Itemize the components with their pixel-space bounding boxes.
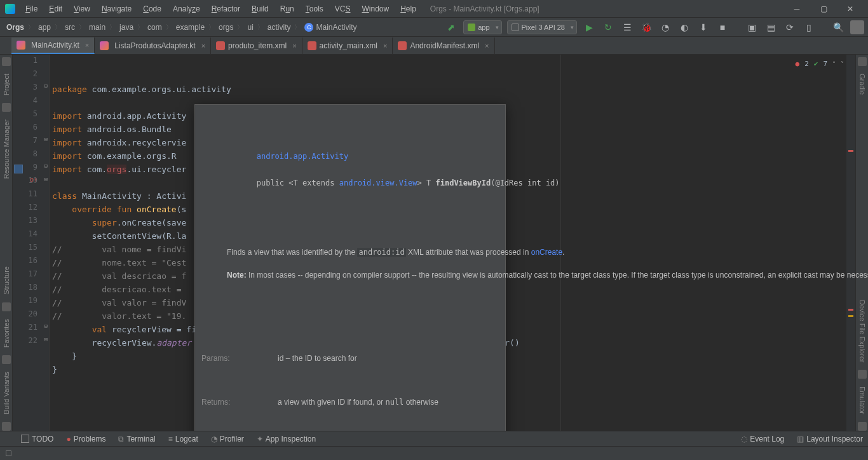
tw-problems[interactable]: ●Problems <box>61 433 111 445</box>
breadcrumb[interactable]: main <box>86 22 108 33</box>
close-icon[interactable]: × <box>292 42 296 50</box>
sync-button[interactable]: ⟳ <box>783 20 797 34</box>
menu-run[interactable]: Run <box>275 3 299 15</box>
run-gutter-icon[interactable] <box>14 165 23 173</box>
breadcrumb[interactable]: orgs <box>216 22 236 33</box>
breadcrumb[interactable]: ui <box>245 22 255 33</box>
close-icon[interactable]: × <box>383 42 387 50</box>
menu-code[interactable]: Code <box>138 3 166 15</box>
sidebar-favorites[interactable]: Favorites <box>3 314 10 353</box>
sidebar-resource-manager[interactable]: Resource Manager <box>3 114 10 184</box>
close-icon[interactable]: × <box>201 42 205 50</box>
tab-mainactivity[interactable]: MainActivity.kt× <box>11 37 95 54</box>
sidebar-emulator[interactable]: Emulator <box>858 381 866 419</box>
app-logo <box>5 4 15 14</box>
stop-button[interactable]: ■ <box>715 20 729 34</box>
override-icon[interactable]: o↑ <box>30 176 37 183</box>
tw-app-inspection[interactable]: ✦App Inspection <box>252 433 321 445</box>
tab-produto-item[interactable]: produto_item.xml× <box>211 37 302 54</box>
emulator-icon[interactable] <box>858 422 867 431</box>
buildvar-icon[interactable] <box>2 422 11 431</box>
avatar[interactable] <box>850 20 864 34</box>
tw-event-log[interactable]: ◌Event Log <box>736 433 789 445</box>
inspection-status[interactable]: ●2 ✔7 ˄˅ <box>796 57 844 71</box>
tw-todo[interactable]: TODO <box>16 433 58 445</box>
menu-help[interactable]: Help <box>395 3 421 15</box>
build-icon[interactable]: ⬈ <box>444 20 458 34</box>
bottom-toolwindow-bar: TODO ●Problems ⧉Terminal ≡Logcat ◔Profil… <box>0 431 868 446</box>
search-icon[interactable]: 🔍 <box>831 20 845 34</box>
gutter: 12 3⊟ 456 7⊟ 8 9⊟ 10o↑⊟ 11121314 1516171… <box>13 55 50 431</box>
breadcrumb[interactable]: com <box>145 22 165 33</box>
device-combo[interactable]: Pixel 3 API 28 <box>507 20 578 34</box>
device-button[interactable]: ▯ <box>802 20 816 34</box>
coverage-button[interactable]: ◔ <box>658 20 672 34</box>
sidebar-project[interactable]: Project <box>3 69 10 100</box>
breadcrumb[interactable]: example <box>173 22 207 33</box>
run-button[interactable]: ▶ <box>582 20 596 34</box>
avd-button[interactable]: ▣ <box>745 20 759 34</box>
menu-window[interactable]: Window <box>356 3 394 15</box>
left-toolwindow-bar: Project Resource Manager Structure Favor… <box>0 55 13 431</box>
breadcrumb[interactable]: CMainActivity <box>302 22 359 33</box>
run-config-combo[interactable]: app <box>463 20 501 34</box>
close-icon[interactable]: × <box>85 41 89 49</box>
breadcrumb[interactable]: java <box>117 22 136 33</box>
debug-button[interactable]: ☰ <box>620 20 634 34</box>
sidebar-device-file-explorer[interactable]: Device File Explorer <box>858 295 866 367</box>
toolbar: Orgs〉 app〉 src〉 main〉 java〉 com〉 example… <box>0 18 868 37</box>
breadcrumb[interactable]: activity <box>265 22 294 33</box>
favorites-icon[interactable] <box>2 355 11 364</box>
menu-refactor[interactable]: Refactor <box>207 3 245 15</box>
sdk-button[interactable]: ▤ <box>764 20 778 34</box>
close-icon[interactable]: × <box>485 42 489 50</box>
window-title: Orgs - MainActivity.kt [Orgs.app] <box>430 4 539 13</box>
project-icon[interactable] <box>2 57 11 66</box>
tw-profiler[interactable]: ◔Profiler <box>206 433 249 445</box>
minimize-button[interactable]: ─ <box>784 0 810 18</box>
menu-edit[interactable]: Edit <box>44 3 67 15</box>
menu-analyze[interactable]: Analyze <box>168 3 205 15</box>
quick-doc-popup: android.app.Activity public <T extends a… <box>194 104 506 431</box>
menu-file[interactable]: File <box>20 3 43 15</box>
tw-layout-inspector[interactable]: ▥Layout Inspector <box>792 433 868 445</box>
editor[interactable]: 12 3⊟ 456 7⊟ 8 9⊟ 10o↑⊟ 11121314 1516171… <box>13 55 855 431</box>
apply-changes-button[interactable]: ↻ <box>601 20 615 34</box>
breadcrumb[interactable]: src <box>62 22 78 33</box>
sidebar-structure[interactable]: Structure <box>3 261 10 300</box>
code-area[interactable]: package com.example.orgs.ui.activity imp… <box>50 55 855 431</box>
devfile-icon[interactable] <box>858 370 867 379</box>
attach-button[interactable]: ⬇ <box>696 20 710 34</box>
breadcrumb[interactable]: Orgs <box>4 22 27 33</box>
breadcrumb[interactable]: app <box>36 22 53 33</box>
maximize-button[interactable]: ▢ <box>811 0 836 18</box>
resource-icon[interactable] <box>2 103 11 112</box>
editor-tabs: MainActivity.kt× ListaProdutosAdapter.kt… <box>0 37 868 55</box>
menu-vcs[interactable]: VCS <box>330 3 356 15</box>
bug-icon[interactable]: 🐞 <box>639 20 653 34</box>
gradle-icon[interactable] <box>858 57 867 66</box>
tab-listaprodutos[interactable]: ListaProdutosAdapter.kt× <box>95 37 211 54</box>
doc-class-link[interactable]: android.app.Activity <box>257 152 349 161</box>
status-bar: ☐ <box>0 446 868 460</box>
error-stripe[interactable] <box>846 55 855 431</box>
menu-tools[interactable]: Tools <box>301 3 329 15</box>
menu-bar: File Edit View Navigate Code Analyze Ref… <box>0 0 868 18</box>
structure-icon[interactable] <box>2 302 11 311</box>
tw-logcat[interactable]: ≡Logcat <box>163 433 203 445</box>
menu-navigate[interactable]: Navigate <box>97 3 137 15</box>
tab-manifest[interactable]: AndroidManifest.xml× <box>393 37 494 54</box>
close-button[interactable]: ✕ <box>837 0 863 18</box>
menu-build[interactable]: Build <box>247 3 274 15</box>
sidebar-build-variants[interactable]: Build Variants <box>3 367 10 419</box>
tab-activity-main[interactable]: activity_main.xml× <box>302 37 393 54</box>
tw-terminal[interactable]: ⧉Terminal <box>113 433 160 445</box>
menu-view[interactable]: View <box>69 3 95 15</box>
profile-button[interactable]: ◐ <box>677 20 691 34</box>
